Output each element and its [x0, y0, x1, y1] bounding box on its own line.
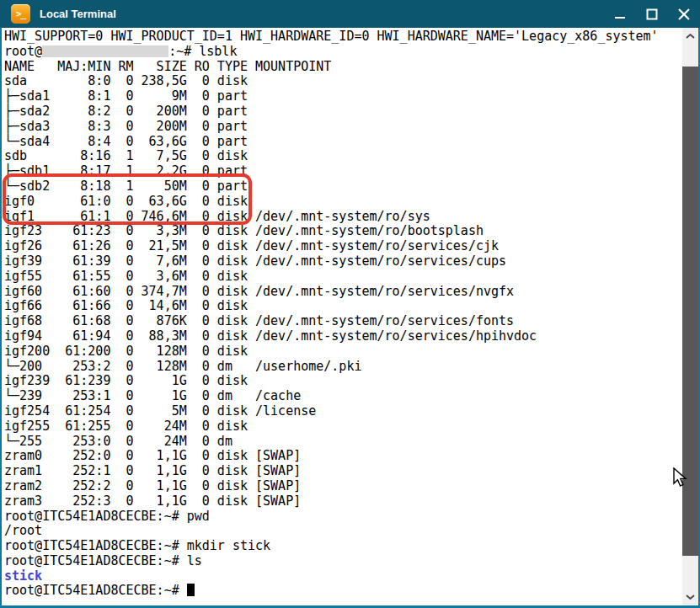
terminal-line: root@ITC54E1AD8CECBE:~# ls — [4, 554, 698, 569]
terminal-text: igf39 61:39 0 7,6M 0 disk /dev/.mnt-syst… — [4, 253, 506, 269]
text-cursor — [187, 584, 195, 596]
terminal-line: ├─sda2 8:2 0 200M 0 part — [4, 104, 698, 120]
terminal-line: └─255 253:0 0 24M 0 dm — [4, 435, 698, 450]
terminal-line: HWI_SUPPORT=0 HWI_PRODUCT_ID=1 HWI_HARDW… — [4, 29, 698, 45]
terminal-text: HWI_SUPPORT=0 HWI_PRODUCT_ID=1 HWI_HARDW… — [4, 29, 659, 44]
terminal-text: ├─sda3 8:3 0 200M 0 part — [4, 119, 248, 134]
terminal-text: root@ITC54E1AD8CECBE:~# — [4, 583, 187, 598]
terminal-text: ├─sda1 8:1 0 9M 0 part — [4, 88, 248, 104]
redacted-hostname — [42, 45, 168, 57]
terminal-line: ├─sda1 8:1 0 9M 0 part — [4, 89, 698, 104]
terminal-line: igf1 61:1 0 746,6M 0 disk /dev/.mnt-syst… — [4, 210, 698, 225]
terminal-line: stick — [4, 569, 698, 584]
terminal-line: ├─sdb1 8:17 1 2,2G 0 part — [4, 164, 698, 179]
scroll-up-button[interactable] — [682, 29, 698, 43]
terminal-line: igf55 61:55 0 3,6M 0 disk — [4, 269, 698, 285]
terminal-line: zram0 252:0 0 1,1G 0 disk [SWAP] — [4, 449, 698, 464]
terminal-text: NAME MAJ:MIN RM SIZE RO TYPE MOUNTPOINT — [4, 59, 331, 74]
terminal-line: igf39 61:39 0 7,6M 0 disk /dev/.mnt-syst… — [4, 254, 698, 269]
maximize-button[interactable] — [636, 0, 668, 28]
terminal-line: NAME MAJ:MIN RM SIZE RO TYPE MOUNTPOINT — [4, 60, 698, 75]
terminal-text: sdb 8:16 1 7,5G 0 disk — [4, 148, 248, 163]
terminal-text: igf68 61:68 0 876K 0 disk /dev/.mnt-syst… — [4, 313, 514, 328]
terminal-text: zram0 252:0 0 1,1G 0 disk [SWAP] — [4, 448, 301, 463]
terminal-line: root@ITC54E1AD8CECBE:~# — [4, 584, 698, 599]
close-button[interactable] — [668, 0, 700, 28]
directory-name: stick — [4, 568, 42, 584]
terminal-line: root@ITC54E1AD8CECBE:~# pwd — [4, 509, 698, 525]
terminal-text: igf254 61:254 0 5M 0 disk /license — [4, 403, 316, 419]
terminal-line: sdb 8:16 1 7,5G 0 disk — [4, 149, 698, 164]
minimize-button[interactable] — [604, 0, 636, 28]
chevron-up-icon — [685, 33, 696, 40]
terminal-text: igf1 61:1 0 746,6M 0 disk /dev/.mnt-syst… — [4, 209, 430, 224]
window-controls — [604, 0, 700, 28]
terminal-text: root@ITC54E1AD8CECBE:~# ls — [4, 553, 202, 568]
close-icon — [678, 8, 690, 20]
terminal-text: ├─sda2 8:2 0 200M 0 part — [4, 104, 248, 119]
terminal-line: ├─sda3 8:3 0 200M 0 part — [4, 120, 698, 135]
terminal-text: igf66 61:66 0 14,6M 0 disk — [4, 298, 248, 313]
terminal-line: igf255 61:255 0 24M 0 disk — [4, 419, 698, 435]
terminal-line: igf68 61:68 0 876K 0 disk /dev/.mnt-syst… — [4, 314, 698, 329]
terminal-text: igf0 61:0 0 63,6G 0 disk — [4, 194, 248, 209]
terminal-window: HWI_SUPPORT=0 HWI_PRODUCT_ID=1 HWI_HARDW… — [0, 28, 700, 608]
terminal-text: root@ITC54E1AD8CECBE:~# mkdir stick — [4, 538, 270, 553]
minimize-icon — [614, 8, 626, 20]
terminal-text: igf55 61:55 0 3,6M 0 disk — [4, 269, 248, 284]
mouse-cursor-icon — [673, 467, 692, 488]
terminal-text: /root — [4, 523, 42, 538]
terminal-line: igf66 61:66 0 14,6M 0 disk — [4, 299, 698, 314]
terminal-line: └─sda4 8:4 0 63,6G 0 part — [4, 135, 698, 150]
terminal-text: └─239 253:1 0 1G 0 dm /cache — [4, 388, 301, 403]
terminal-text: :~# lsblk — [168, 44, 237, 59]
terminal-line: zram3 252:3 0 1,1G 0 disk [SWAP] — [4, 494, 698, 509]
maximize-icon — [646, 8, 658, 20]
terminal-text: igf60 61:60 0 374,7M 0 disk /dev/.mnt-sy… — [4, 284, 514, 299]
terminal-text: └─200 253:2 0 128M 0 dm /userhome/.pki — [4, 359, 361, 374]
terminal-line: zram1 252:1 0 1,1G 0 disk [SWAP] — [4, 464, 698, 479]
terminal-line: root@ITC54E1AD8CECBE:~# mkdir stick — [4, 539, 698, 554]
scroll-down-button[interactable] — [682, 590, 698, 604]
terminal-text: igf200 61:200 0 128M 0 disk — [4, 344, 248, 359]
terminal-text: zram2 252:2 0 1,1G 0 disk [SWAP] — [4, 478, 301, 493]
terminal-line: igf60 61:60 0 374,7M 0 disk /dev/.mnt-sy… — [4, 285, 698, 300]
titlebar[interactable]: >_ Local Terminal — [0, 0, 700, 28]
terminal-line: root@:~# lsblk — [4, 45, 698, 60]
scrollbar[interactable] — [682, 28, 698, 605]
terminal-text: zram1 252:1 0 1,1G 0 disk [SWAP] — [4, 463, 301, 478]
terminal-line: igf23 61:23 0 3,3M 0 disk /dev/.mnt-syst… — [4, 224, 698, 239]
terminal-text: └─sda4 8:4 0 63,6G 0 part — [4, 134, 248, 149]
terminal-text: zram3 252:3 0 1,1G 0 disk [SWAP] — [4, 493, 301, 509]
terminal-line: igf239 61:239 0 1G 0 disk — [4, 374, 698, 389]
terminal-text: └─255 253:0 0 24M 0 dm — [4, 434, 232, 449]
terminal-text: igf239 61:239 0 1G 0 disk — [4, 373, 248, 388]
terminal-text: ├─sdb1 8:17 1 2,2G 0 part — [4, 163, 248, 179]
terminal-text: root@ — [4, 44, 42, 59]
terminal-line: igf26 61:26 0 21,5M 0 disk /dev/.mnt-sys… — [4, 239, 698, 254]
window-title: Local Terminal — [40, 8, 116, 20]
terminal-line: └─239 253:1 0 1G 0 dm /cache — [4, 389, 698, 404]
terminal-line: /root — [4, 524, 698, 539]
terminal-line: zram2 252:2 0 1,1G 0 disk [SWAP] — [4, 479, 698, 494]
terminal-text: igf94 61:94 0 88,3M 0 disk /dev/.mnt-sys… — [4, 328, 537, 344]
terminal-line: igf0 61:0 0 63,6G 0 disk — [4, 195, 698, 210]
terminal-output[interactable]: HWI_SUPPORT=0 HWI_PRODUCT_ID=1 HWI_HARDW… — [2, 28, 698, 599]
terminal-line: └─sdb2 8:18 1 50M 0 part — [4, 179, 698, 195]
terminal-line: igf200 61:200 0 128M 0 disk — [4, 344, 698, 360]
terminal-text: igf255 61:255 0 24M 0 disk — [4, 419, 248, 434]
terminal-text: └─sdb2 8:18 1 50M 0 part — [4, 179, 248, 194]
terminal-text: root@ITC54E1AD8CECBE:~# pwd — [4, 509, 210, 524]
terminal-line: └─200 253:2 0 128M 0 dm /userhome/.pki — [4, 360, 698, 375]
chevron-down-icon — [685, 594, 696, 600]
terminal-line: igf94 61:94 0 88,3M 0 disk /dev/.mnt-sys… — [4, 329, 698, 344]
terminal-line: igf254 61:254 0 5M 0 disk /license — [4, 404, 698, 419]
terminal-text: igf23 61:23 0 3,3M 0 disk /dev/.mnt-syst… — [4, 223, 484, 238]
terminal-app-icon: >_ — [11, 4, 30, 24]
terminal-text: igf26 61:26 0 21,5M 0 disk /dev/.mnt-sys… — [4, 238, 499, 253]
terminal-text: sda 8:0 0 238,5G 0 disk — [4, 73, 248, 88]
terminal-line: sda 8:0 0 238,5G 0 disk — [4, 74, 698, 89]
